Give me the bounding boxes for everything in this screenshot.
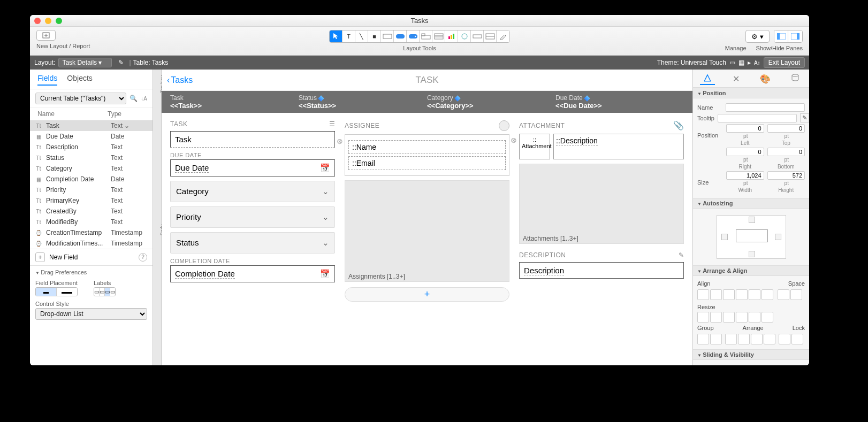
space-h[interactable] — [778, 289, 789, 300]
task-field[interactable]: Task — [170, 131, 335, 148]
resize-5[interactable] — [749, 312, 760, 323]
tab-objects[interactable]: Objects — [67, 74, 92, 86]
list-icon[interactable]: ☰ — [329, 120, 336, 128]
field-row[interactable]: TtCreatedByText — [30, 206, 153, 217]
layout-selector[interactable]: Task Details ▾ — [58, 58, 112, 67]
resize-3[interactable] — [723, 312, 735, 323]
align-top[interactable] — [736, 289, 748, 300]
insp-bottom-input[interactable] — [767, 148, 805, 156]
insp-tab-position[interactable] — [700, 73, 715, 85]
group-btn[interactable] — [697, 334, 709, 344]
align-center-h[interactable] — [710, 289, 722, 300]
assignments-portal[interactable]: Assignments [1..3+] — [345, 180, 509, 282]
delete-row-icon[interactable]: ⊗ — [337, 137, 343, 145]
insp-sliding-header[interactable]: Sliding & Visibility — [693, 349, 809, 360]
toggle-left-pane[interactable] — [774, 30, 788, 42]
field-row[interactable]: TtDescriptionText — [30, 142, 153, 152]
priority-row[interactable]: Priority⌄ — [170, 206, 335, 228]
field-placement-seg[interactable]: ▬▬▬ — [35, 287, 78, 296]
field-row[interactable]: ▦Due DateDate — [30, 131, 153, 142]
insp-name-input[interactable] — [726, 103, 805, 112]
duedate-field[interactable]: Due Date📅 — [170, 159, 335, 177]
rect-tool[interactable]: ■ — [368, 30, 381, 42]
back-button[interactable]: ‹ Tasks — [167, 75, 193, 85]
manage-menu[interactable]: ⚙ ▾ — [745, 30, 770, 43]
insp-width-input[interactable] — [726, 171, 764, 180]
labels-seg[interactable]: ▭▭▭▭ — [94, 287, 116, 296]
edit-icon[interactable]: ✎ — [679, 251, 684, 259]
space-v[interactable] — [790, 289, 802, 300]
sort-icon[interactable]: ↓A — [141, 96, 147, 102]
ungroup-btn[interactable] — [710, 334, 722, 344]
add-assignee-button[interactable]: + — [345, 287, 509, 302]
screen-stencil-icon[interactable]: ▭ — [729, 59, 735, 66]
align-left[interactable] — [697, 289, 709, 300]
delete-row-icon[interactable]: ⊗ — [511, 136, 517, 144]
category-row[interactable]: Category⌄ — [170, 181, 335, 202]
unlock-btn[interactable] — [791, 334, 803, 344]
align-bottom[interactable] — [762, 289, 773, 300]
description-field[interactable]: Description — [519, 262, 684, 279]
attachment-container[interactable]: :: Attachment — [519, 134, 550, 159]
align-center-v[interactable] — [749, 289, 760, 300]
part-tool[interactable] — [484, 30, 497, 42]
insp-arrange-header[interactable]: Arrange & Align — [693, 265, 809, 276]
insp-tooltip-input[interactable] — [718, 114, 797, 122]
edit-layout-icon[interactable]: ✎ — [118, 59, 124, 66]
drag-prefs-header[interactable]: Drag Preferences — [35, 269, 147, 275]
chart-tool[interactable] — [445, 30, 458, 42]
field-control-tool[interactable] — [471, 30, 484, 42]
align-right[interactable] — [723, 289, 735, 300]
insp-position-header[interactable]: Position — [693, 88, 809, 98]
grid-icon[interactable]: ▦ — [738, 59, 744, 66]
forward-btn[interactable] — [738, 334, 750, 344]
attachment-desc-field[interactable]: ::Description — [553, 134, 684, 159]
field-row[interactable]: TtStatusText — [30, 152, 153, 163]
insp-right-input[interactable] — [726, 148, 764, 156]
field-row[interactable]: ⌚ModificationTimes...Timestamp — [30, 238, 153, 249]
field-row[interactable]: TtTaskText ⌄ — [30, 120, 153, 131]
format-painter-tool[interactable] — [497, 30, 509, 42]
edit-icon[interactable]: ✎ — [800, 113, 809, 122]
help-icon[interactable]: ? — [139, 253, 147, 262]
popover-tool[interactable] — [407, 30, 420, 42]
assignee-name-field[interactable]: ::Name — [348, 140, 506, 154]
completion-field[interactable]: Completion Date📅 — [170, 265, 335, 282]
field-row[interactable]: TtPrimaryKeyText — [30, 195, 153, 206]
exit-layout-button[interactable]: Exit Layout — [764, 57, 805, 68]
front-btn[interactable] — [725, 334, 737, 344]
resize-2[interactable] — [710, 312, 722, 323]
assignee-email-field[interactable]: ::Email — [348, 156, 506, 170]
insp-left-input[interactable] — [726, 124, 764, 133]
resize-4[interactable] — [736, 312, 748, 323]
toggle-right-pane[interactable] — [788, 30, 802, 42]
field-row[interactable]: TtCategoryText — [30, 163, 153, 174]
field-row[interactable]: TtModifiedByText — [30, 217, 153, 227]
back-btn[interactable] — [764, 334, 775, 344]
field-tool[interactable] — [381, 30, 394, 42]
insp-height-input[interactable] — [767, 171, 805, 180]
insp-autosizing-header[interactable]: Autosizing — [693, 198, 809, 209]
layout-canvas[interactable]: ‹ Tasks TASK Task<<Task>>Status<<Status>… — [162, 70, 692, 365]
table-source-select[interactable]: Current Table ("Tasks") — [35, 93, 126, 104]
autosizing-diagram[interactable] — [717, 215, 786, 259]
line-tool[interactable]: ╲ — [355, 30, 368, 42]
calendar-icon[interactable]: 📅 — [320, 269, 330, 279]
paperclip-icon[interactable]: 📎 — [673, 120, 684, 131]
insp-top-input[interactable] — [767, 124, 805, 133]
resize-1[interactable] — [697, 312, 709, 323]
field-row[interactable]: TtPriorityText — [30, 185, 153, 195]
insp-tab-data[interactable] — [788, 73, 802, 85]
status-row[interactable]: Status⌄ — [170, 232, 335, 254]
text-tool[interactable]: T — [342, 30, 355, 42]
tab-fields[interactable]: Fields — [37, 74, 57, 86]
control-style-select[interactable]: Drop-down List — [35, 308, 147, 320]
backward-btn[interactable] — [751, 334, 763, 344]
pointer-tool[interactable] — [330, 30, 342, 42]
lock-btn[interactable] — [779, 334, 790, 344]
text-ruler-icon[interactable]: A↕ — [754, 60, 760, 66]
webviewer-tool[interactable] — [458, 30, 471, 42]
field-row[interactable]: ⌚CreationTimestampTimestamp — [30, 227, 153, 238]
new-layout-button[interactable] — [36, 30, 56, 41]
insp-tab-appearance[interactable]: 🎨 — [757, 73, 774, 85]
